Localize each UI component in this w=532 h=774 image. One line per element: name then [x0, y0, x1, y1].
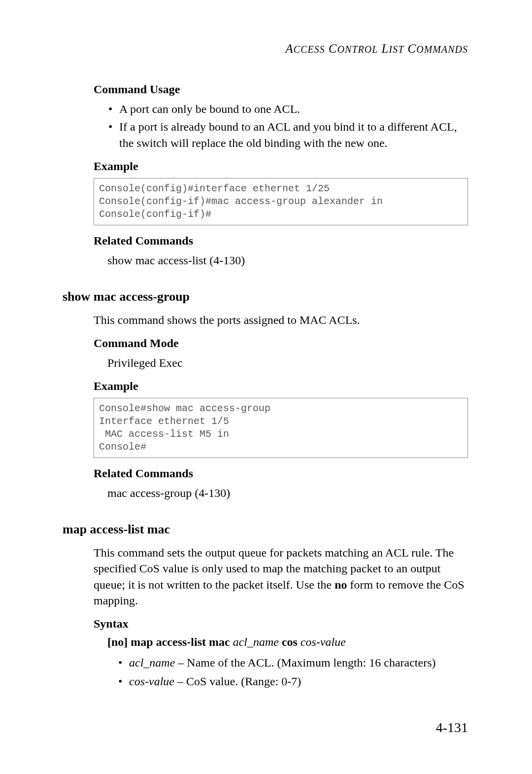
command-mode-heading: Command Mode	[94, 337, 468, 350]
example-code-block: Console(config)#interface ethernet 1/25 …	[94, 178, 468, 225]
syntax-arg: acl_name	[233, 635, 279, 648]
example-code-block: Console#show mac access-group Interface …	[94, 398, 468, 458]
syntax-cos: cos	[282, 635, 298, 648]
syntax-heading: Syntax	[94, 617, 468, 631]
syntax-bracket: [	[107, 635, 111, 648]
page-content: Command Usage A port can only be bound t…	[64, 83, 468, 690]
parameter-item: acl_name – Name of the ACL. (Maximum len…	[118, 655, 468, 671]
command-description: This command shows the ports assigned to…	[94, 312, 468, 328]
show-mac-access-group-heading: show mac access-group	[63, 289, 468, 304]
command-description: This command sets the output queue for p…	[94, 545, 468, 609]
param-name: cos-value	[129, 675, 174, 688]
parameter-item: cos-value – CoS value. (Range: 0-7)	[118, 673, 468, 690]
related-commands-heading: Related Commands	[94, 467, 468, 480]
param-desc: – Name of the ACL. (Maximum length: 16 c…	[175, 656, 435, 669]
related-commands-heading: Related Commands	[94, 234, 468, 247]
page-number: 4-131	[436, 720, 468, 736]
syntax-arg: cos-value	[300, 635, 346, 648]
param-name: acl_name	[129, 656, 175, 669]
map-access-list-mac-heading: map access-list mac	[63, 522, 468, 537]
syntax-cmd: map access-list mac	[131, 635, 230, 648]
syntax-line: [no] map access-list mac acl_name cos co…	[94, 635, 468, 649]
usage-item: If a port is already bound to an ACL and…	[108, 119, 468, 151]
usage-list: A port can only be bound to one ACL. If …	[94, 101, 468, 151]
example-heading: Example	[94, 380, 468, 393]
example-heading: Example	[94, 160, 468, 173]
syntax-bracket: ]	[124, 635, 131, 648]
header-text: ACCESS CONTROL LIST COMMANDS	[286, 42, 468, 55]
parameter-list: acl_name – Name of the ACL. (Maximum len…	[94, 655, 468, 690]
page-header: ACCESS CONTROL LIST COMMANDS	[64, 42, 468, 56]
related-commands-text: mac access-group (4-130)	[94, 485, 468, 501]
desc-bold: no	[334, 578, 347, 591]
param-desc: – CoS value. (Range: 0-7)	[174, 675, 301, 688]
related-commands-text: show mac access-list (4-130)	[94, 252, 468, 268]
usage-item: A port can only be bound to one ACL.	[108, 101, 468, 117]
command-mode-text: Privileged Exec	[94, 355, 468, 371]
command-usage-heading: Command Usage	[94, 83, 468, 96]
syntax-no: no	[111, 635, 124, 648]
